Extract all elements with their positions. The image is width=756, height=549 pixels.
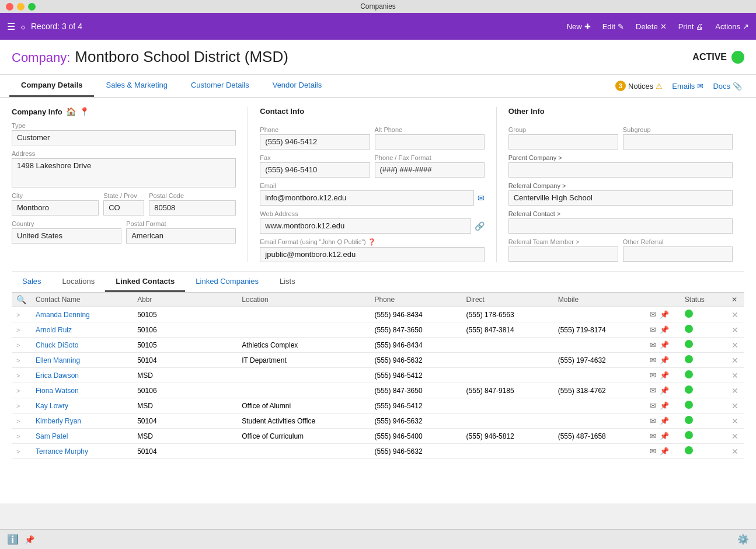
table-row[interactable]: > Erica Dawson MSD (555) 946-5412 ✉ 📌 ✕ (12, 368, 744, 383)
sub-tab-locations[interactable]: Locations (52, 272, 106, 292)
tab-sales-marketing[interactable]: Sales & Marketing (94, 75, 179, 97)
email-action-icon[interactable]: ✉ (650, 401, 656, 410)
web-field[interactable]: www.montboro.k12.edu (260, 218, 471, 234)
contact-name-cell[interactable]: Amanda Denning (31, 307, 133, 322)
row-expand-icon[interactable]: > (16, 448, 20, 455)
email-action-icon[interactable]: ✉ (650, 432, 656, 440)
delete-row-icon[interactable]: ✕ (731, 325, 738, 335)
table-row[interactable]: > Sam Patel MSD Office of Curriculum (55… (12, 429, 744, 444)
row-expand-icon[interactable]: > (16, 326, 20, 333)
country-field[interactable]: United States (12, 228, 121, 244)
bottom-pin-icon[interactable]: 📌 (25, 535, 34, 544)
pin-action-icon[interactable]: 📌 (660, 356, 669, 364)
group-field[interactable] (508, 134, 618, 150)
address-field[interactable]: 1498 Lakeshore Drive (12, 158, 236, 187)
state-field[interactable]: CO (103, 200, 144, 216)
delete-row-icon[interactable]: ✕ (731, 340, 738, 350)
table-row[interactable]: > Terrance Murphy 50104 (555) 946-5632 ✉… (12, 444, 744, 459)
city-field[interactable]: Montboro (12, 200, 99, 216)
row-expand-icon[interactable]: > (16, 402, 20, 409)
actions-button[interactable]: Actions ↗ (715, 22, 749, 31)
email-send-icon[interactable]: ✉ (478, 193, 485, 203)
fax-field[interactable]: (555) 946-5410 (260, 162, 370, 178)
alt-phone-field[interactable] (375, 134, 485, 150)
menu-icon[interactable]: ☰ (7, 21, 15, 32)
contact-name-cell[interactable]: Kay Lowry (31, 398, 133, 414)
settings-icon[interactable]: ⚙️ (737, 534, 749, 545)
email-action-icon[interactable]: ✉ (650, 416, 656, 425)
tab-customer-details[interactable]: Customer Details (179, 75, 261, 97)
table-row[interactable]: > Fiona Watson 50106 (555) 847-3650 (555… (12, 383, 744, 398)
contact-name-cell[interactable]: Fiona Watson (31, 383, 133, 398)
referral-company-field[interactable]: Centerville High School (508, 190, 733, 206)
sub-tab-sales[interactable]: Sales (12, 272, 52, 292)
tab-vendor-details[interactable]: Vendor Details (261, 75, 334, 97)
sub-tab-linked-contacts[interactable]: Linked Contacts (105, 272, 185, 292)
email-action-icon[interactable]: ✉ (650, 447, 656, 456)
subgroup-field[interactable] (623, 134, 733, 150)
table-row[interactable]: > Amanda Denning 50105 (555) 946-8434 (5… (12, 307, 744, 322)
new-button[interactable]: New ✚ (567, 22, 591, 31)
table-row[interactable]: > Kay Lowry MSD Office of Alumni (555) 9… (12, 398, 744, 414)
delete-row-icon[interactable]: ✕ (731, 401, 738, 411)
type-field[interactable]: Customer (12, 130, 236, 145)
row-expand-icon[interactable]: > (16, 372, 20, 379)
delete-button[interactable]: Delete ✕ (636, 22, 667, 31)
table-row[interactable]: > Ellen Manning 50104 IT Department (555… (12, 353, 744, 368)
delete-row-icon[interactable]: ✕ (731, 310, 738, 319)
row-expand-icon[interactable]: > (16, 418, 20, 425)
pin-action-icon[interactable]: 📌 (660, 310, 669, 319)
delete-row-icon[interactable]: ✕ (731, 371, 738, 380)
delete-row-icon[interactable]: ✕ (731, 432, 738, 441)
close-button[interactable] (6, 3, 13, 11)
delete-row-icon[interactable]: ✕ (731, 416, 738, 426)
row-expand-icon[interactable]: > (16, 387, 20, 394)
email-field[interactable]: info@montboro.k12.edu (260, 190, 473, 206)
delete-row-icon[interactable]: ✕ (731, 356, 738, 365)
email-action-icon[interactable]: ✉ (650, 386, 656, 395)
postal-format-field[interactable]: American (126, 228, 236, 244)
web-open-icon[interactable]: 🔗 (475, 221, 485, 231)
edit-button[interactable]: Edit ✎ (602, 22, 624, 31)
row-expand-icon[interactable]: > (16, 357, 20, 364)
contact-name-cell[interactable]: Erica Dawson (31, 368, 133, 383)
contact-name-cell[interactable]: Chuck DiSoto (31, 338, 133, 353)
email-action-icon[interactable]: ✉ (650, 325, 656, 334)
contact-name-cell[interactable]: Sam Patel (31, 429, 133, 444)
referral-team-field[interactable] (508, 246, 618, 262)
notices-button[interactable]: 3 Notices ⚠ (615, 81, 663, 91)
print-button[interactable]: Print 🖨 (678, 22, 704, 31)
phone-field[interactable]: (555) 946-5412 (260, 134, 370, 150)
parent-company-label[interactable]: Parent Company > (508, 154, 733, 161)
info-icon[interactable]: ℹ️ (7, 534, 19, 545)
search-icon[interactable]: 🔍 (16, 295, 26, 304)
contact-name-cell[interactable]: Ellen Manning (31, 353, 133, 368)
row-expand-icon[interactable]: > (16, 311, 20, 318)
maximize-button[interactable] (28, 3, 36, 11)
pin-action-icon[interactable]: 📌 (660, 432, 669, 440)
referral-team-label[interactable]: Referral Team Member > (508, 238, 618, 245)
sub-tab-linked-companies[interactable]: Linked Companies (185, 272, 269, 292)
email-action-icon[interactable]: ✉ (650, 371, 656, 380)
minimize-button[interactable] (17, 3, 25, 11)
referral-company-label[interactable]: Referral Company > (508, 182, 733, 189)
docs-button[interactable]: Docs 📎 (713, 82, 742, 91)
pin-action-icon[interactable]: 📌 (660, 416, 669, 425)
delete-row-icon[interactable]: ✕ (731, 447, 738, 456)
phone-fax-format-field[interactable]: (###) ###-#### (375, 162, 485, 178)
table-row[interactable]: > Arnold Ruiz 50106 (555) 847-3650 (555)… (12, 322, 744, 338)
nav-icon[interactable]: ⬦ (20, 20, 26, 33)
pin-action-icon[interactable]: 📌 (660, 371, 669, 380)
tab-company-details[interactable]: Company Details (9, 75, 94, 97)
email-format-field[interactable]: jpublic@montboro.k12.edu (260, 247, 484, 262)
postal-field[interactable]: 80508 (149, 200, 236, 216)
pin-action-icon[interactable]: 📌 (660, 325, 669, 334)
parent-company-field[interactable] (508, 162, 733, 178)
email-action-icon[interactable]: ✉ (650, 340, 656, 349)
contact-name-cell[interactable]: Arnold Ruiz (31, 322, 133, 338)
pin-action-icon[interactable]: 📌 (660, 340, 669, 349)
row-expand-icon[interactable]: > (16, 433, 20, 440)
pin-icon[interactable]: 📍 (79, 107, 89, 116)
referral-contact-label[interactable]: Referral Contact > (508, 210, 733, 217)
other-referral-field[interactable] (623, 246, 733, 262)
